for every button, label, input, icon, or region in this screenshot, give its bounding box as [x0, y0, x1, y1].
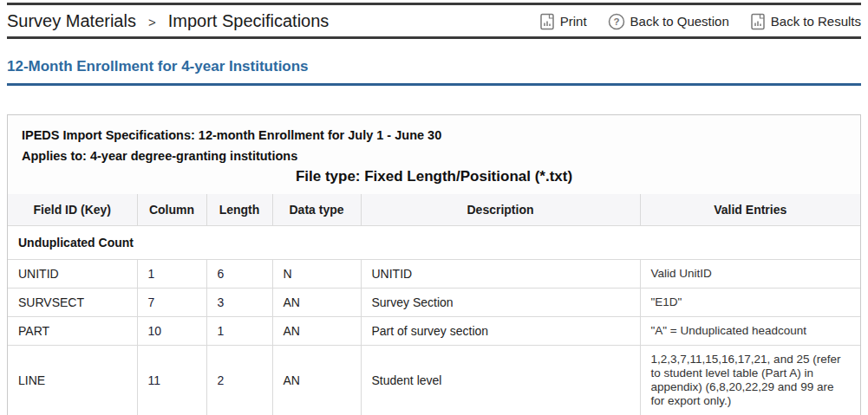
cell-data-type: AN — [272, 346, 361, 415]
cell-length: 3 — [206, 289, 272, 317]
cell-description: UNITID — [361, 260, 640, 289]
cell-data-type: AN — [272, 317, 361, 346]
header-divider-bar — [7, 36, 861, 39]
cell-column: 10 — [137, 317, 206, 346]
page-title: 12-Month Enrollment for 4-year Instituti… — [7, 58, 861, 75]
cell-column: 11 — [137, 346, 206, 415]
spec-title: IPEDS Import Specifications: 12-month En… — [22, 125, 846, 146]
breadcrumb: Survey Materials > Import Specifications — [7, 11, 329, 31]
cell-valid-entries: "E1D" — [640, 289, 860, 317]
cell-length: 6 — [206, 260, 272, 289]
cell-column: 1 — [137, 260, 206, 289]
print-button[interactable]: Print — [539, 13, 587, 30]
cell-field-id: SURVSECT — [8, 289, 137, 317]
breadcrumb-page: Import Specifications — [168, 11, 330, 31]
cell-data-type: N — [272, 260, 361, 289]
column-header-data-type: Data type — [272, 194, 361, 226]
spec-card-header: IPEDS Import Specifications: 12-month En… — [8, 115, 860, 194]
section-label: Unduplicated Count — [8, 226, 860, 260]
column-header-column: Column — [137, 194, 206, 226]
table-row: SURVSECT 7 3 AN Survey Section "E1D" — [8, 289, 860, 317]
print-label: Print — [560, 14, 587, 29]
spec-file-type: File type: Fixed Length/Positional (*.tx… — [22, 166, 846, 189]
cell-data-type: AN — [272, 289, 361, 317]
cell-description: Part of survey section — [361, 317, 640, 346]
table-header-row: Field ID (Key) Column Length Data type D… — [8, 194, 860, 226]
back-to-question-button[interactable]: ? Back to Question — [608, 13, 729, 30]
column-header-description: Description — [361, 194, 640, 226]
column-header-valid-entries: Valid Entries — [640, 194, 860, 226]
section-row: Unduplicated Count — [8, 226, 860, 260]
cell-field-id: LINE — [8, 346, 137, 415]
back-to-question-label: Back to Question — [630, 14, 729, 29]
cell-field-id: PART — [8, 317, 137, 346]
import-spec-table: Field ID (Key) Column Length Data type D… — [8, 194, 860, 415]
cell-valid-entries: 1,2,3,7,11,15,16,17,21, and 25 (refer to… — [640, 346, 860, 415]
report-icon — [750, 13, 766, 30]
report-icon — [539, 13, 555, 30]
header-actions: Print ? Back to Question Back to Results — [539, 13, 861, 30]
title-underline — [7, 83, 861, 86]
cell-valid-entries: "A" = Unduplicated headcount — [640, 317, 860, 346]
question-circle-icon: ? — [608, 13, 625, 30]
cell-length: 1 — [206, 317, 272, 346]
table-row: UNITID 1 6 N UNITID Valid UnitID — [8, 260, 860, 289]
back-to-results-label: Back to Results — [771, 14, 861, 29]
column-header-field-id: Field ID (Key) — [8, 194, 137, 226]
cell-field-id: UNITID — [8, 260, 137, 289]
table-row: PART 10 1 AN Part of survey section "A" … — [8, 317, 860, 346]
column-header-length: Length — [206, 194, 272, 226]
svg-text:?: ? — [613, 16, 619, 27]
cell-description: Survey Section — [361, 289, 640, 317]
cell-length: 2 — [206, 346, 272, 415]
page-header: Survey Materials > Import Specifications… — [0, 5, 868, 36]
cell-column: 7 — [137, 289, 206, 317]
table-row: LINE 11 2 AN Student level 1,2,3,7,11,15… — [8, 346, 860, 415]
breadcrumb-section[interactable]: Survey Materials — [7, 11, 136, 31]
cell-description: Student level — [361, 346, 640, 415]
import-specifications-card: IPEDS Import Specifications: 12-month En… — [7, 114, 861, 415]
cell-valid-entries: Valid UnitID — [640, 260, 860, 289]
breadcrumb-separator-icon: > — [148, 15, 156, 29]
back-to-results-button[interactable]: Back to Results — [750, 13, 861, 30]
spec-applies-to: Applies to: 4-year degree-granting insti… — [22, 146, 846, 166]
